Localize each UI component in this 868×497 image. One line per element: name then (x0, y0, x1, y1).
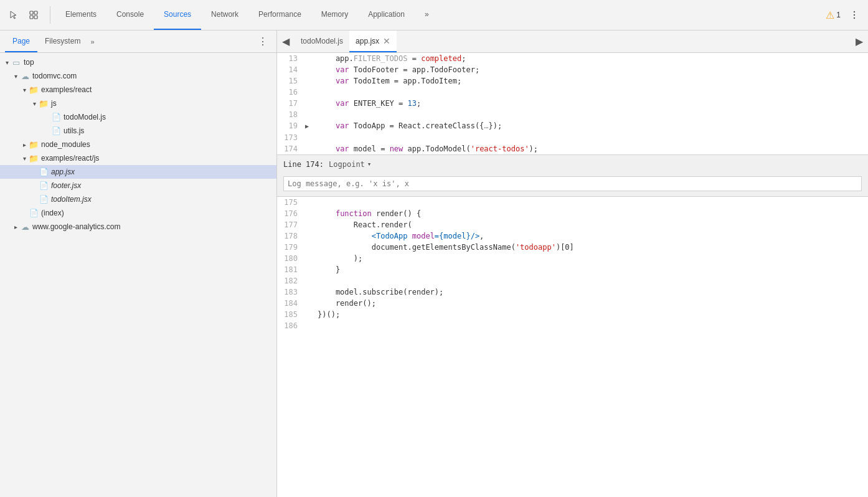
tree-item-examples-react[interactable]: 📁 examples/react (0, 83, 276, 97)
tab-elements[interactable]: Elements (55, 0, 106, 30)
svg-point-6 (854, 17, 855, 19)
code-tab-app-jsx[interactable]: app.jsx ✕ (349, 31, 397, 52)
tree-item-top[interactable]: ▭ top (0, 55, 276, 69)
folder-icon-node-modules: 📁 (29, 140, 39, 149)
logpoint-type-label: Logpoint (329, 159, 365, 170)
tab-memory[interactable]: Memory (311, 0, 358, 30)
tree-item-app-jsx[interactable]: 📄 app.jsx (0, 165, 276, 179)
sidebar-tabs: Page Filesystem » ⋮ (0, 31, 276, 53)
tree-item-todomvc[interactable]: ☁ todomvc.com (0, 69, 276, 83)
tree-arrow-node-modules (20, 140, 29, 149)
toolbar-icons (5, 6, 50, 24)
tree-item-todomodel[interactable]: 📄 todoModel.js (0, 110, 276, 124)
tree-arrow-todomodel (42, 113, 51, 121)
tree-label-node-modules: node_modules (41, 140, 90, 149)
code-line-13: 13 app.FILTER_TODOS = completed; (277, 53, 868, 64)
svg-rect-2 (30, 16, 33, 19)
tree-label-top: top (24, 58, 34, 67)
code-editor[interactable]: 13 app.FILTER_TODOS = completed; 14 var … (277, 53, 868, 497)
tab-application[interactable]: Application (358, 0, 415, 30)
code-line-173: 173 (277, 132, 868, 143)
tree-arrow-index (20, 209, 29, 217)
tree-arrow-examples-react (20, 85, 29, 94)
svg-rect-3 (34, 16, 37, 19)
code-line-179: 179 document.getElementsByClassName('tod… (277, 242, 868, 253)
logpoint-input[interactable] (283, 176, 862, 191)
toolbar-tabs: Elements Console Sources Network Perform… (55, 0, 826, 30)
tree-arrow-app-jsx (30, 168, 39, 176)
folder-icon-top: ▭ (11, 57, 21, 67)
code-tab-close-icon[interactable]: ✕ (383, 37, 390, 45)
tree-arrow-todomvc (11, 72, 20, 80)
kebab-menu-icon[interactable] (846, 6, 863, 24)
tree-label-app-jsx: app.jsx (51, 168, 75, 176)
code-tab-left-btn[interactable]: ◀ (277, 31, 295, 52)
folder-icon-examples-react: 📁 (29, 85, 39, 95)
tree-item-footer-jsx[interactable]: 📄 footer.jsx (0, 179, 276, 192)
tree-arrow-utils (42, 126, 51, 135)
code-panel: ◀ todoModel.js app.jsx ✕ ▶ 13 app.FILTER… (277, 31, 868, 497)
toolbar: Elements Console Sources Network Perform… (0, 0, 868, 31)
code-line-178: 178 <TodoApp model={model}/>, (277, 230, 868, 242)
code-tab-app-jsx-label: app.jsx (356, 37, 379, 45)
tree-arrow-examples-react-js (20, 154, 29, 163)
code-line-183: 183 model.subscribe(render); (277, 286, 868, 298)
tree-label-todoitem-jsx: todoItem.jsx (51, 195, 92, 204)
tab-network[interactable]: Network (201, 0, 248, 30)
logpoint-panel: Line 174: Logpoint ▾ (277, 154, 868, 197)
tree-arrow-top (2, 58, 11, 67)
cloud-icon-todomvc: ☁ (20, 71, 30, 81)
tab-console[interactable]: Console (106, 0, 154, 30)
tree-item-todoitem-jsx[interactable]: 📄 todoItem.jsx (0, 192, 276, 206)
code-line-17: 17 var ENTER_KEY = 13; (277, 98, 868, 109)
sidebar-tab-page[interactable]: Page (5, 31, 37, 52)
logpoint-dropdown-arrow: ▾ (367, 159, 372, 170)
svg-rect-1 (34, 11, 37, 14)
logpoint-type-dropdown[interactable]: Logpoint ▾ (329, 159, 371, 170)
tree-label-todomodel: todoModel.js (64, 113, 106, 121)
tree-label-examples-react-js: examples/react/js (41, 154, 99, 163)
tab-sources[interactable]: Sources (154, 0, 201, 30)
file-icon-todomodel: 📄 (51, 112, 61, 122)
tree-arrow-footer-jsx (30, 181, 39, 190)
tree-arrow-js (30, 99, 39, 108)
tree-label-footer-jsx: footer.jsx (51, 181, 81, 190)
logpoint-line-label: Line 174: (283, 159, 324, 170)
svg-point-4 (854, 11, 855, 12)
tree-item-google-analytics[interactable]: ☁ www.google-analytics.com (0, 220, 276, 234)
code-line-19: 19 ▶ var TodoApp = React.createClass({…}… (277, 120, 868, 132)
folder-icon-examples-react-js: 📁 (29, 153, 39, 163)
tree-label-todomvc: todomvc.com (32, 72, 77, 80)
code-tab-right-btn[interactable]: ▶ (851, 36, 868, 47)
sidebar-tab-filesystem[interactable]: Filesystem (37, 31, 88, 52)
tab-performance[interactable]: Performance (248, 0, 311, 30)
code-line-18: 18 (277, 109, 868, 120)
warning-count: 1 (836, 11, 841, 19)
toolbar-right: ⚠ 1 (826, 6, 863, 24)
tree-item-index[interactable]: 📄 (index) (0, 206, 276, 220)
sidebar-menu-button[interactable]: ⋮ (254, 34, 271, 49)
warning-badge[interactable]: ⚠ 1 (826, 9, 841, 21)
tree-item-js[interactable]: 📁 js (0, 97, 276, 110)
code-tab-todomodel-label: todoModel.js (301, 37, 343, 45)
tree-item-utils[interactable]: 📄 utils.js (0, 124, 276, 138)
logpoint-header: Line 174: Logpoint ▾ (277, 155, 868, 174)
sidebar-tab-more[interactable]: » (90, 38, 94, 45)
code-tab-todomodel[interactable]: todoModel.js (295, 31, 349, 52)
tab-more[interactable]: » (415, 0, 439, 30)
sidebar: Page Filesystem » ⋮ ▭ top ☁ todomvc.com … (0, 31, 277, 497)
code-line-177: 177 React.render( (277, 219, 868, 230)
code-line-14: 14 var TodoFooter = app.TodoFooter; (277, 64, 868, 75)
tree-label-google-analytics: www.google-analytics.com (32, 222, 120, 231)
file-icon-todoitem-jsx: 📄 (39, 194, 49, 204)
code-line-176: 176 function render() { (277, 208, 868, 219)
code-line-186: 186 (277, 320, 868, 331)
tree-item-examples-react-js[interactable]: 📁 examples/react/js (0, 151, 276, 165)
cursor-icon[interactable] (5, 6, 22, 24)
tree-item-node-modules[interactable]: 📁 node_modules (0, 138, 276, 151)
code-line-174: 174 var model = new app.TodoModel('react… (277, 143, 868, 154)
inspect-icon[interactable] (25, 6, 42, 24)
file-icon-app-jsx: 📄 (39, 167, 49, 177)
main-layout: Page Filesystem » ⋮ ▭ top ☁ todomvc.com … (0, 31, 868, 497)
code-tabs: ◀ todoModel.js app.jsx ✕ ▶ (277, 31, 868, 53)
